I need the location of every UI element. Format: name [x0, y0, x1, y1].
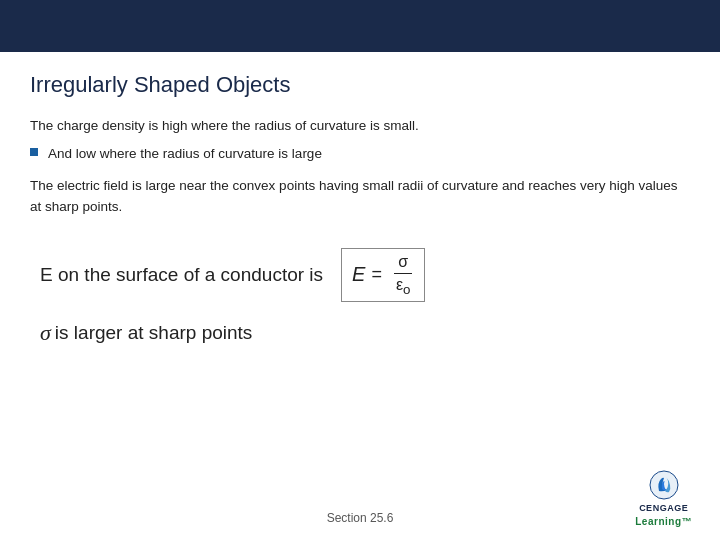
content-area: Irregularly Shaped Objects The charge de… — [0, 52, 720, 366]
logo-brand: CENGAGE — [635, 503, 692, 515]
slide-title: Irregularly Shaped Objects — [30, 72, 690, 98]
paragraph-1: The charge density is high where the rad… — [30, 116, 690, 136]
sigma-symbol: σ — [40, 320, 51, 346]
logo-area: CENGAGE Learning™ — [635, 469, 692, 528]
logo-sub: Learning™ — [635, 515, 692, 528]
fraction-denominator: εo — [392, 274, 415, 297]
footer: Section 25.6 — [0, 511, 720, 525]
logo-text: CENGAGE Learning™ — [635, 503, 692, 528]
equals-sign: = — [371, 264, 382, 285]
bullet-item-1-text: And low where the radius of curvature is… — [48, 144, 322, 164]
bullet-square-icon — [30, 148, 38, 156]
formula-e: E — [352, 263, 365, 286]
paragraph-2: The electric field is large near the con… — [30, 175, 690, 218]
sigma-line: σ is larger at sharp points — [40, 320, 690, 346]
section-label: Section 25.6 — [327, 511, 394, 525]
cengage-logo-icon — [645, 469, 683, 501]
fraction: σ εo — [392, 253, 415, 297]
formula-line-1-text: E on the surface of a conductor is — [40, 264, 323, 286]
formula-line-1: E on the surface of a conductor is E = σ… — [40, 248, 690, 302]
sigma-line-text: is larger at sharp points — [55, 322, 253, 344]
top-bar — [0, 0, 720, 52]
bullet-item-1: And low where the radius of curvature is… — [30, 144, 690, 164]
formula-box: E = σ εo — [341, 248, 425, 302]
formula-section: E on the surface of a conductor is E = σ… — [40, 248, 690, 346]
fraction-numerator: σ — [394, 253, 412, 274]
